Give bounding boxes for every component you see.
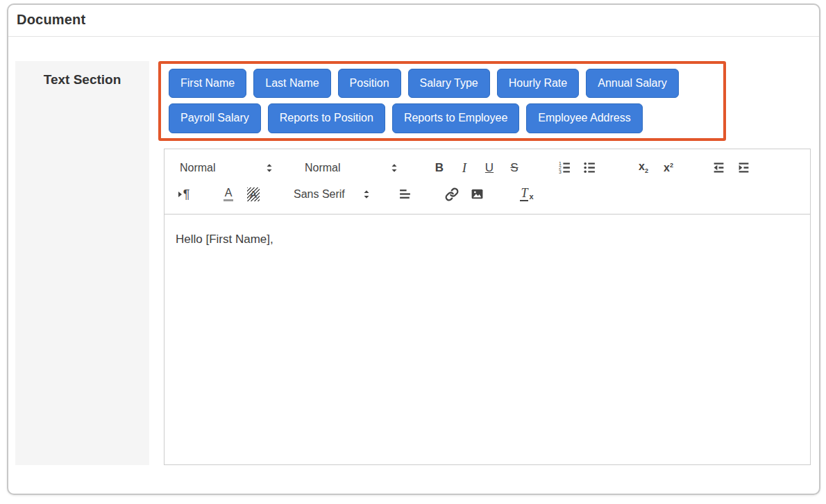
toolbar-row-2: ¶ A A Sans Serif (174, 181, 800, 208)
updown-arrows-icon (360, 188, 373, 201)
editor-toolbar: Normal Normal B (165, 149, 810, 215)
editor-text: Hello [First Name], (176, 233, 273, 246)
merge-field-button-last-name[interactable]: Last Name (253, 69, 330, 98)
background-color-icon: A (247, 187, 260, 201)
bullet-list-button[interactable] (580, 159, 599, 177)
bullet-list-icon (583, 161, 596, 174)
sidebar-section-label: Text Section (44, 72, 121, 87)
indent-icon (737, 161, 750, 174)
align-icon (398, 187, 412, 201)
strikethrough-icon: S (510, 161, 518, 175)
paragraph-style-picker-label: Normal (180, 162, 216, 174)
size-picker-label: Normal (305, 162, 341, 174)
merge-field-button-first-name[interactable]: First Name (169, 69, 246, 98)
merge-field-button-salary-type[interactable]: Salary Type (408, 69, 490, 98)
paragraph-style-picker[interactable]: Normal (174, 162, 277, 174)
merge-fields-box: First NameLast NamePositionSalary TypeHo… (158, 61, 726, 141)
underline-button[interactable]: U (480, 159, 499, 177)
content-area: Text Section First NameLast NamePosition… (8, 37, 819, 465)
italic-icon: I (462, 160, 466, 176)
text-direction-button[interactable]: ¶ (174, 185, 194, 203)
updown-arrows-icon (263, 162, 276, 174)
image-button[interactable] (467, 185, 487, 203)
italic-button[interactable]: I (455, 159, 474, 177)
merge-field-button-payroll-salary[interactable]: Payroll Salary (169, 103, 261, 133)
document-window: Document Text Section First NameLast Nam… (7, 3, 820, 495)
font-picker[interactable]: Sans Serif (288, 188, 374, 201)
strikethrough-button[interactable]: S (505, 159, 524, 177)
pilcrow-icon: ¶ (183, 188, 190, 201)
merge-field-button-position[interactable]: Position (338, 69, 401, 98)
bold-button[interactable]: B (430, 159, 449, 177)
image-icon (471, 187, 484, 201)
rich-text-editor: Normal Normal B (164, 149, 811, 465)
align-button[interactable] (395, 185, 414, 203)
bold-icon: B (435, 161, 444, 175)
font-picker-label: Sans Serif (294, 188, 345, 201)
background-color-button[interactable]: A (244, 185, 263, 203)
text-color-icon: A (224, 187, 234, 201)
superscript-button[interactable]: x2 (659, 159, 678, 177)
subscript-icon: x2 (639, 161, 648, 174)
toolbar-row-1: Normal Normal B (174, 155, 800, 181)
outdent-icon (712, 161, 725, 174)
title-bar: Document (8, 5, 819, 36)
merge-field-button-reports-to-position[interactable]: Reports to Position (268, 103, 385, 133)
updown-arrows-icon (388, 162, 401, 174)
ordered-list-button[interactable]: 1 2 3 (555, 159, 574, 177)
page-title: Document (17, 12, 811, 28)
indent-button[interactable] (734, 159, 753, 177)
merge-field-button-reports-to-employee[interactable]: Reports to Employee (392, 103, 519, 133)
underline-icon: U (485, 161, 494, 175)
subscript-button[interactable]: x2 (634, 159, 653, 177)
svg-text:3: 3 (559, 169, 562, 174)
merge-field-button-hourly-rate[interactable]: Hourly Rate (497, 69, 579, 98)
direction-triangle-icon (178, 192, 182, 197)
merge-field-button-annual-salary[interactable]: Annual Salary (586, 69, 679, 98)
merge-field-button-employee-address[interactable]: Employee Address (526, 103, 642, 133)
outdent-button[interactable] (709, 159, 728, 177)
link-button[interactable] (442, 185, 462, 203)
main-column: First NameLast NamePositionSalary TypeHo… (158, 61, 811, 465)
superscript-icon: x2 (664, 162, 673, 174)
link-icon (445, 187, 459, 201)
clear-formatting-button[interactable]: T x (517, 185, 537, 203)
text-color-button[interactable]: A (219, 185, 238, 203)
sidebar-section-text[interactable]: Text Section (15, 61, 149, 465)
clear-formatting-icon: T (520, 187, 528, 201)
editor-text-area[interactable]: Hello [First Name], (165, 215, 810, 464)
size-picker[interactable]: Normal (299, 162, 402, 174)
ordered-list-icon: 1 2 3 (558, 161, 571, 174)
